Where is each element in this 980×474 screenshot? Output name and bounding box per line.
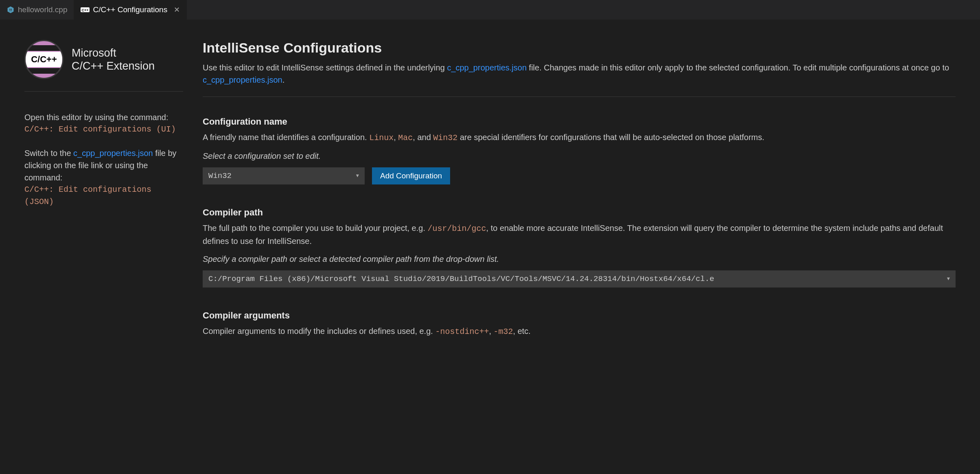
sidebar: C/C++ Microsoft C/C++ Extension Open thi… <box>24 40 183 361</box>
section-instruction: Specify a compiler path or select a dete… <box>203 255 956 264</box>
close-icon[interactable]: ✕ <box>174 5 180 14</box>
compiler-arguments-section: Compiler arguments Compiler arguments to… <box>203 310 956 338</box>
compiler-path-example: /usr/bin/gcc <box>428 224 486 233</box>
section-description: Compiler arguments to modify the include… <box>203 325 956 338</box>
tab-bar: helloworld.cpp C++ C/C++ Configurations … <box>0 0 980 20</box>
keyword-mac: Mac <box>398 133 413 143</box>
compiler-arg-example: -m32 <box>494 327 513 336</box>
switch-text-prefix: Switch to the <box>24 149 73 158</box>
properties-json-link[interactable]: c_cpp_properties.json <box>203 75 282 84</box>
tab-helloworld[interactable]: helloworld.cpp <box>0 0 74 20</box>
configuration-select[interactable]: Win32 ▼ <box>203 167 365 184</box>
compiler-arg-example: -nostdinc++ <box>435 327 489 336</box>
properties-json-link[interactable]: c_cpp_properties.json <box>447 63 527 72</box>
chevron-down-icon: ▼ <box>947 276 950 282</box>
divider <box>24 91 183 92</box>
brand-line2: C/C++ Extension <box>72 59 155 72</box>
section-heading: Configuration name <box>203 116 956 127</box>
tab-configurations[interactable]: C++ C/C++ Configurations ✕ <box>74 0 187 20</box>
chevron-down-icon: ▼ <box>356 173 359 179</box>
select-value: Win32 <box>208 171 232 180</box>
keyword-win32: Win32 <box>433 133 457 143</box>
tab-label: helloworld.cpp <box>18 5 67 14</box>
section-instruction: Select a configuration set to edit. <box>203 151 956 161</box>
add-configuration-button[interactable]: Add Configuration <box>372 167 450 184</box>
section-description: The full path to the compiler you use to… <box>203 222 956 247</box>
configuration-name-section: Configuration name A friendly name that … <box>203 116 956 184</box>
ext-icon: C++ <box>81 7 90 13</box>
open-editor-text: Open this editor by using the command: <box>24 111 183 123</box>
properties-json-link[interactable]: c_cpp_properties.json <box>73 149 153 158</box>
cpp-file-icon <box>7 6 15 14</box>
section-heading: Compiler path <box>203 207 956 218</box>
logo-badge-text: C/C++ <box>26 52 62 67</box>
extension-logo: C/C++ <box>24 40 63 79</box>
intro-text: Use this editor to edit IntelliSense set… <box>203 61 956 86</box>
divider <box>203 97 956 97</box>
keyword-linux: Linux <box>369 133 394 143</box>
page-title: IntelliSense Configurations <box>203 40 956 56</box>
section-description: A friendly name that identifies a config… <box>203 131 956 144</box>
brand-line1: Microsoft <box>72 46 155 59</box>
compiler-path-combobox[interactable]: C:/Program Files (x86)/Microsoft Visual … <box>203 270 956 287</box>
svg-text:C++: C++ <box>82 8 89 12</box>
switch-command: C/C++: Edit configurations (JSON) <box>24 184 183 208</box>
section-heading: Compiler arguments <box>203 310 956 321</box>
compiler-path-value: C:/Program Files (x86)/Microsoft Visual … <box>208 274 942 283</box>
tab-label: C/C++ Configurations <box>93 5 167 14</box>
compiler-path-section: Compiler path The full path to the compi… <box>203 207 956 287</box>
extension-name: Microsoft C/C++ Extension <box>72 46 155 73</box>
main-panel: IntelliSense Configurations Use this edi… <box>203 40 956 361</box>
open-editor-command: C/C++: Edit configurations (UI) <box>24 123 183 136</box>
